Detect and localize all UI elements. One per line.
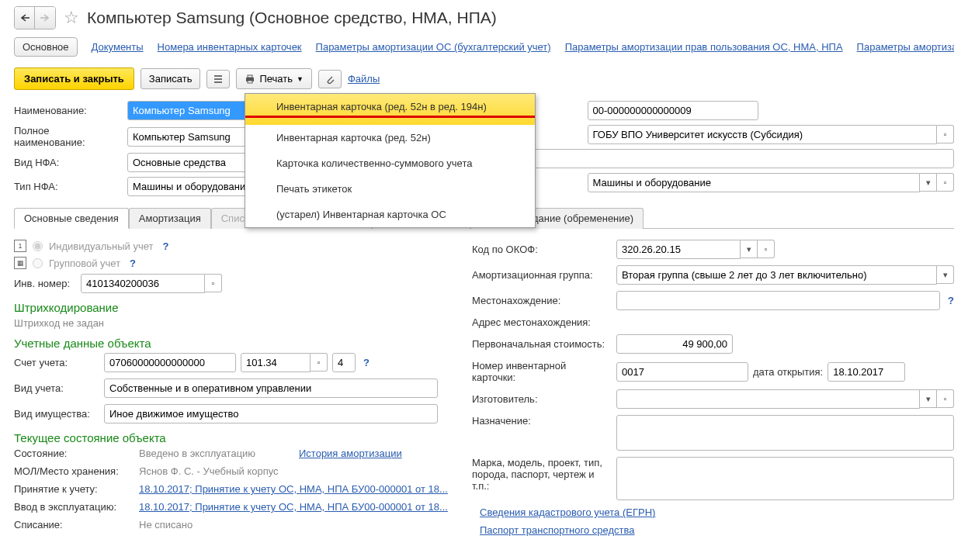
nav-back-button[interactable] [15, 7, 35, 29]
amgrp-label: Амортизационная группа: [472, 269, 612, 281]
print-menu-item-4[interactable]: (устарел) Инвентарная карточка ОС [245, 202, 535, 227]
expand-icon[interactable]: ▫ [758, 240, 775, 258]
addr-label: Адрес местонахождения: [472, 316, 612, 328]
chevron-down-icon[interactable]: ▾ [741, 240, 758, 258]
chevron-down-icon[interactable]: ▾ [937, 265, 954, 284]
vidimus-label: Вид имущества: [14, 408, 99, 420]
nav-fwd-button[interactable] [35, 7, 55, 29]
viduch-input[interactable] [104, 379, 438, 398]
help-icon[interactable]: ? [363, 357, 370, 368]
print-menu-item-2[interactable]: Карточка количественно-суммового учета [245, 150, 535, 176]
section-tab-more[interactable]: Параметры амортизационно [857, 41, 954, 53]
files-link[interactable]: Файлы [348, 73, 380, 85]
invnum-label: Инв. номер: [14, 278, 76, 289]
amgrp-input[interactable] [616, 265, 937, 285]
loc-input[interactable] [616, 291, 940, 310]
expand-icon[interactable]: ▫ [937, 125, 954, 143]
tab-main-info[interactable]: Основные сведения [14, 208, 129, 229]
vvod-link[interactable]: 18.10.2017; Принятие к учету ОС, НМА, НП… [139, 501, 448, 513]
omer-input[interactable] [533, 149, 955, 168]
print-menu-item-1[interactable]: Инвентарная карточка (ред. 52н) [245, 125, 535, 150]
favorite-icon[interactable]: ☆ [64, 8, 79, 28]
section-tab-rights-params[interactable]: Параметры амортизации прав пользования О… [565, 41, 843, 53]
manuf-input[interactable] [616, 389, 920, 409]
help-icon[interactable]: ? [163, 240, 169, 252]
vidimus-input[interactable] [104, 404, 438, 423]
save-close-button[interactable]: Записать и закрыть [14, 67, 134, 90]
sost-label: Состояние: [14, 448, 134, 459]
expand-icon[interactable]: ▫ [937, 173, 954, 192]
name-label: Наименование: [14, 105, 123, 116]
pasport-link[interactable]: Паспорт транспортного средства [480, 524, 635, 536]
prin-link[interactable]: 18.10.2017; Принятие к учету ОС, НМА, НП… [139, 483, 448, 495]
cost-input[interactable] [616, 334, 733, 354]
mol-label: МОЛ/Место хранения: [14, 465, 134, 477]
chevron-down-icon[interactable]: ▾ [920, 173, 937, 192]
fullname-label: Полное наименование: [14, 125, 123, 148]
spis-label: Списание: [14, 519, 134, 531]
schet3-input[interactable] [332, 353, 356, 372]
expand-icon[interactable]: ▫ [205, 274, 222, 292]
page-title: Компьютер Samsung (Основное средство, НМ… [87, 9, 497, 27]
okof-input[interactable] [616, 240, 741, 259]
group-radio [33, 258, 43, 268]
name-input[interactable] [127, 101, 252, 120]
svg-rect-1 [248, 75, 252, 78]
indiv-radio [33, 241, 43, 251]
org-input[interactable] [588, 125, 938, 144]
help-icon[interactable]: ? [948, 295, 954, 306]
mol-value: Яснов Ф. С. - Учебный корпус [139, 465, 279, 477]
attach-button[interactable] [318, 70, 342, 88]
print-button[interactable]: Печать▼ [236, 68, 312, 89]
vvod-label: Ввод в эксплуатацию: [14, 501, 134, 513]
code-input[interactable] [588, 101, 758, 120]
print-menu-item-0[interactable]: Инвентарная карточка (ред. 52н в ред. 19… [245, 94, 535, 125]
history-link[interactable]: История амортизации [299, 448, 402, 459]
print-menu-item-3[interactable]: Печать этикеток [245, 176, 535, 202]
expand-icon[interactable]: ▫ [937, 389, 954, 408]
chevron-down-icon: ▼ [297, 75, 304, 83]
egrn-link[interactable]: Сведения кадастрового учета (ЕГРН) [480, 506, 655, 518]
okof-label: Код по ОКОФ: [472, 244, 612, 255]
spis-value: Не списано [139, 519, 193, 531]
cardnum-label: Номер инвентарной карточки: [472, 360, 612, 383]
marka-label: Марка, модель, проект, тип, порода, пасп… [472, 457, 612, 492]
section-tab-docs[interactable]: Документы [92, 41, 144, 53]
fullname-input[interactable] [127, 127, 252, 147]
help-icon[interactable]: ? [130, 258, 136, 269]
manuf-label: Изготовитель: [472, 393, 612, 405]
vidnfa-input[interactable] [127, 153, 252, 172]
loc-label: Местонахождение: [472, 295, 612, 306]
sost-value: Введено в эксплуатацию [139, 448, 294, 459]
marka-input[interactable] [616, 457, 954, 500]
barcode-heading: Штрихкодирование [14, 301, 456, 314]
vidnfa-label: Вид НФА: [14, 157, 123, 168]
expand-icon[interactable]: ▫ [311, 353, 328, 372]
state-heading: Текущее состояние объекта [14, 431, 456, 444]
prin-label: Принятие к учету: [14, 483, 134, 495]
nazn-input[interactable] [616, 415, 954, 451]
invnum-input[interactable] [81, 274, 205, 293]
section-tab-cardnums[interactable]: Номера инвентарных карточек [158, 41, 302, 53]
schet-label: Счет учета: [14, 357, 99, 368]
printer-icon [245, 74, 255, 85]
opendate-input[interactable] [827, 362, 905, 382]
tipright-input[interactable] [588, 173, 921, 192]
opendate-label: дата открытия: [753, 366, 823, 378]
tipnfa-input[interactable] [127, 177, 252, 196]
cardnum-input[interactable] [616, 362, 748, 382]
tipnfa-label: Тип НФА: [14, 181, 123, 192]
schet2-input[interactable] [241, 353, 311, 372]
section-tab-main[interactable]: Основное [14, 37, 78, 57]
print-dropdown: Инвентарная карточка (ред. 52н в ред. 19… [245, 93, 536, 228]
save-button[interactable]: Записать [141, 68, 201, 89]
barcode-status: Штрихкод не задан [14, 317, 456, 329]
group-icon: ▦ [14, 257, 26, 269]
cost-label: Первоначальная стоимость: [472, 338, 612, 350]
list-button[interactable] [206, 70, 230, 88]
section-tab-amort-params[interactable]: Параметры амортизации ОС (бухгалтерский … [316, 41, 551, 53]
nazn-label: Назначение: [472, 415, 612, 427]
chevron-down-icon[interactable]: ▾ [920, 389, 937, 408]
tab-amortization[interactable]: Амортизация [129, 208, 211, 229]
schet1-input[interactable] [104, 353, 236, 372]
